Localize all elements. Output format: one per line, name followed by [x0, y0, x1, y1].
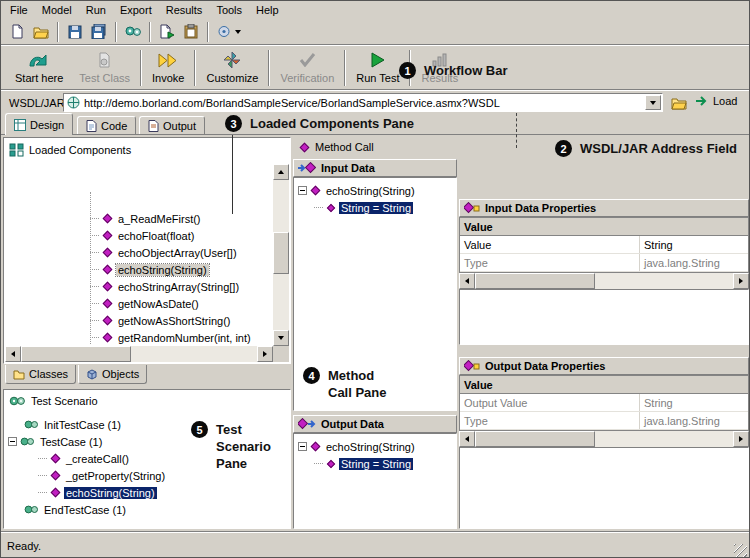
- workflow-invoke[interactable]: Invoke: [144, 49, 192, 84]
- method-icon: [103, 282, 113, 292]
- address-dropdown-button[interactable]: [645, 95, 661, 110]
- table-header-row: Value: [460, 218, 748, 236]
- tree-item[interactable]: getNowAsShortString(): [6, 312, 272, 329]
- properties-icon: [464, 360, 480, 372]
- tree-item[interactable]: EndTestCase (1): [8, 501, 286, 518]
- load-label: Load: [713, 95, 737, 107]
- tree-item[interactable]: getNowAsDate(): [6, 295, 272, 312]
- tab-output[interactable]: Output: [139, 116, 205, 134]
- panel-title: Test Scenario: [31, 395, 98, 407]
- menu-export[interactable]: Export: [113, 2, 159, 18]
- tree-item[interactable]: getRandomNumber(int, int): [6, 329, 272, 345]
- input-data-header: Input Data: [293, 159, 457, 177]
- collapse-toggle-icon[interactable]: [298, 442, 307, 451]
- run-export-button[interactable]: [155, 21, 179, 43]
- properties-icon: [464, 202, 480, 214]
- tree-item-selected[interactable]: echoString(String): [8, 484, 286, 501]
- load-button[interactable]: Load: [695, 95, 737, 107]
- scroll-right-button[interactable]: [733, 273, 749, 289]
- table-row[interactable]: Type java.lang.String: [460, 412, 748, 430]
- tree-item-label: getRandomNumber(int, int): [116, 332, 253, 344]
- method-icon: [103, 299, 113, 309]
- scroll-right-button[interactable]: [733, 431, 749, 447]
- property-description-box: [459, 447, 749, 529]
- menu-file[interactable]: File: [3, 2, 35, 18]
- toolbar-options-button[interactable]: [213, 21, 245, 43]
- tree-item[interactable]: echoString(String): [294, 182, 456, 199]
- scroll-left-button[interactable]: [459, 431, 475, 447]
- tab-design[interactable]: Design: [5, 113, 73, 135]
- new-button[interactable]: [5, 21, 29, 43]
- tree-item-label: echoStringArray(String[]): [116, 281, 241, 293]
- collapse-toggle-icon[interactable]: [298, 186, 307, 195]
- tree-item-selected[interactable]: String = String: [294, 199, 456, 216]
- scroll-left-button[interactable]: [459, 273, 475, 289]
- scroll-right-button[interactable]: [257, 346, 273, 362]
- menu-model[interactable]: Model: [35, 2, 79, 18]
- save-all-button[interactable]: [87, 21, 111, 43]
- collapse-toggle-icon[interactable]: [8, 437, 17, 446]
- tree-item-label: getNowAsDate(): [116, 298, 201, 310]
- divider: [1, 89, 749, 91]
- tree-item-label: String = String: [339, 202, 413, 214]
- tree-item-label: echoObjectArray(User[]): [116, 247, 239, 259]
- save-button[interactable]: [63, 21, 87, 43]
- scrollbar-thumb[interactable]: [475, 273, 595, 289]
- components-icon: [9, 143, 24, 157]
- output-data-icon: [298, 418, 316, 430]
- callout-pointer-line: [232, 135, 233, 214]
- menu-help[interactable]: Help: [249, 2, 286, 18]
- menu-results[interactable]: Results: [159, 2, 210, 18]
- tree-item-label: getNowAsShortString(): [116, 315, 233, 327]
- property-value: java.lang.String: [640, 415, 748, 427]
- table-row[interactable]: Output Value String: [460, 394, 748, 412]
- callout-method-call-pane: 4 Method Call Pane: [303, 367, 387, 401]
- scenario-gears-icon: [9, 395, 26, 407]
- wsdl-address-combobox[interactable]: http://demo.borland.com/BorlandSampleSer…: [63, 93, 663, 112]
- tree-item[interactable]: echoStringArray(String[]): [6, 278, 272, 295]
- vertical-scrollbar[interactable]: [273, 164, 289, 346]
- scrollbar-thumb[interactable]: [21, 346, 131, 362]
- workflow-start-here[interactable]: Start here: [7, 49, 71, 84]
- browse-wsdl-button[interactable]: [667, 92, 691, 114]
- toolbar-options-icon: [218, 25, 233, 38]
- scroll-up-button[interactable]: [273, 164, 289, 180]
- tree-item[interactable]: echoString(String): [294, 438, 456, 455]
- scroll-left-button[interactable]: [5, 346, 21, 362]
- menu-run[interactable]: Run: [79, 2, 113, 18]
- table-row[interactable]: Value String: [460, 236, 748, 254]
- scroll-down-button[interactable]: [273, 330, 289, 346]
- table-row[interactable]: Type java.lang.String: [460, 254, 748, 272]
- method-icon: [51, 488, 61, 498]
- panel-title: Output Data: [321, 418, 384, 430]
- scrollbar-thumb[interactable]: [475, 431, 595, 447]
- tab-classes[interactable]: Classes: [5, 365, 76, 384]
- workflow-label: Verification: [280, 72, 334, 84]
- horizontal-scrollbar[interactable]: [459, 273, 749, 289]
- tree-item[interactable]: echoFloat(float): [6, 227, 272, 244]
- tab-objects[interactable]: Objects: [78, 365, 147, 384]
- resize-grip[interactable]: [734, 544, 747, 557]
- workflow-customize[interactable]: Customize: [198, 49, 266, 84]
- tree-item-label: echoString(String): [64, 487, 157, 499]
- main-toolbar: [1, 19, 749, 44]
- paste-button[interactable]: [179, 21, 203, 43]
- property-value[interactable]: String: [640, 239, 748, 251]
- tree-item-selected[interactable]: String = String: [294, 455, 456, 472]
- menu-tools[interactable]: Tools: [209, 2, 249, 18]
- tree-item[interactable]: echoObjectArray(User[]): [6, 244, 272, 261]
- callout-test-scenario-pane: 5 Test Scenario Pane: [191, 421, 271, 472]
- scrollbar-thumb[interactable]: [273, 232, 289, 274]
- horizontal-scrollbar[interactable]: [459, 431, 749, 447]
- workflow-bar: Start here Test Class Invoke Customize: [1, 46, 749, 89]
- tab-label: Design: [30, 119, 64, 131]
- horizontal-scrollbar[interactable]: [5, 346, 273, 362]
- callout-label: Test: [216, 421, 271, 438]
- open-button[interactable]: [29, 21, 53, 43]
- tree-item-selected[interactable]: echoString(String): [6, 261, 272, 278]
- tab-label: Objects: [102, 368, 139, 380]
- workflow-label: Run Test: [356, 72, 399, 84]
- property-name: Type: [460, 412, 640, 429]
- settings-button[interactable]: [121, 21, 145, 43]
- tab-code[interactable]: Code: [77, 116, 136, 134]
